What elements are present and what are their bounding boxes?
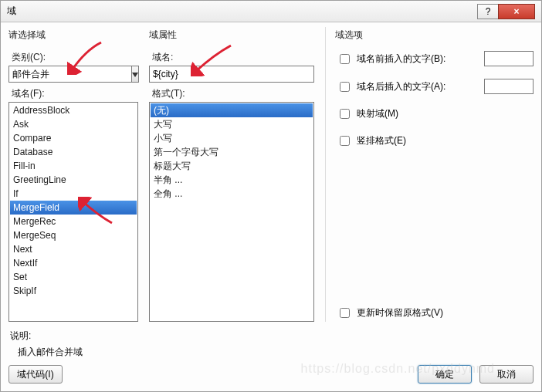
option-preserve-row: 更新时保留原格式(V) — [337, 306, 534, 320]
option-vertical-checkbox[interactable] — [340, 136, 350, 146]
list-item[interactable]: MergeSeq — [10, 228, 137, 242]
category-dropdown-button[interactable] — [132, 66, 139, 83]
list-item[interactable]: Compare — [10, 131, 137, 145]
help-button[interactable]: ? — [477, 4, 499, 19]
option-text-before-label: 域名前插入的文字(B): — [357, 52, 479, 66]
format-listbox[interactable]: (无)大写小写第一个字母大写标题大写半角 ...全角 ... — [149, 102, 314, 322]
window-buttons: ? × — [478, 4, 535, 19]
fieldname-input[interactable] — [149, 66, 314, 83]
list-item[interactable]: 全角 ... — [151, 187, 313, 201]
field-options-column: 域选项 域名前插入的文字(B): 域名后插入的文字(A): 映射域(M) — [325, 27, 534, 322]
titlebar: 域 ? × — [1, 1, 541, 22]
option-text-after-label: 域名后插入的文字(A): — [357, 80, 479, 93]
list-item[interactable]: MergeField — [10, 201, 137, 215]
option-preserve-label: 更新时保留原格式(V) — [357, 306, 534, 319]
list-item[interactable]: 小写 — [151, 131, 313, 145]
cancel-button-label: 取消 — [497, 368, 516, 381]
list-item[interactable]: Database — [10, 145, 137, 159]
list-item[interactable]: AddressBlock — [10, 103, 137, 117]
list-item[interactable]: GreetingLine — [10, 173, 137, 187]
list-item[interactable]: Ask — [10, 117, 137, 131]
ok-button[interactable]: 确定 — [418, 365, 472, 384]
option-text-before-row: 域名前插入的文字(B): — [337, 51, 534, 66]
columns: 请选择域 类别(C): 域名(F): AddressBlockAskCompar… — [8, 27, 534, 322]
option-mapped-label: 映射域(M) — [357, 107, 534, 120]
option-text-before-input[interactable] — [484, 51, 534, 66]
category-combobox[interactable] — [8, 66, 138, 83]
dialog-buttons-row: 域代码(I) 确定 取消 — [8, 365, 534, 384]
field-properties-section-title: 域属性 — [149, 29, 314, 42]
field-properties-column: 域属性 域名: 格式(T): (无)大写小写第一个字母大写标题大写半角 ...全… — [149, 27, 314, 322]
dialog-client: 请选择域 类别(C): 域名(F): AddressBlockAskCompar… — [1, 22, 541, 391]
field-options-section-title: 域选项 — [335, 29, 534, 42]
window-title: 域 — [7, 5, 478, 18]
option-text-before-checkbox[interactable] — [340, 54, 350, 64]
list-item[interactable]: Next — [10, 242, 137, 256]
description-label: 说明: — [10, 329, 534, 343]
fieldname-label: 域名: — [152, 51, 314, 64]
fieldnames-listbox[interactable]: AddressBlockAskCompareDatabaseFill-inGre… — [8, 102, 138, 322]
close-button[interactable]: × — [498, 4, 535, 19]
list-item[interactable]: If — [10, 187, 137, 201]
chevron-down-icon — [132, 69, 138, 79]
option-text-after-checkbox[interactable] — [340, 82, 350, 92]
cancel-button[interactable]: 取消 — [479, 365, 534, 384]
option-text-after-row: 域名后插入的文字(A): — [337, 79, 534, 94]
ok-button-label: 确定 — [435, 368, 454, 381]
list-item[interactable]: Fill-in — [10, 159, 137, 173]
description-text: 插入邮件合并域 — [18, 346, 534, 359]
list-item[interactable]: (无) — [151, 103, 313, 117]
list-item[interactable]: Set — [10, 270, 137, 284]
fieldcodes-button[interactable]: 域代码(I) — [8, 365, 63, 384]
option-vertical-label: 竖排格式(E) — [357, 134, 534, 147]
fieldnames-label: 域名(F): — [12, 87, 138, 100]
list-item[interactable]: MergeRec — [10, 215, 137, 228]
option-preserve-checkbox[interactable] — [340, 308, 350, 318]
fieldcodes-button-label: 域代码(I) — [17, 368, 53, 381]
list-item[interactable]: NextIf — [10, 256, 137, 270]
dialog-window: 域 ? × 请选择域 类别(C): 域名(F): Ad — [0, 0, 542, 392]
select-field-section-title: 请选择域 — [8, 29, 138, 42]
select-field-column: 请选择域 类别(C): 域名(F): AddressBlockAskCompar… — [8, 27, 138, 322]
close-icon: × — [513, 6, 519, 17]
list-item[interactable]: 大写 — [151, 117, 313, 131]
option-mapped-row: 映射域(M) — [337, 106, 534, 121]
category-label: 类别(C): — [12, 51, 138, 64]
option-text-after-input[interactable] — [484, 79, 534, 94]
list-item[interactable]: 半角 ... — [151, 173, 313, 187]
list-item[interactable]: 第一个字母大写 — [151, 145, 313, 159]
option-mapped-checkbox[interactable] — [340, 109, 350, 119]
list-item[interactable]: 标题大写 — [151, 159, 313, 173]
option-vertical-row: 竖排格式(E) — [337, 133, 534, 148]
description-block: 说明: 插入邮件合并域 — [10, 329, 534, 359]
format-label: 格式(T): — [152, 87, 314, 100]
list-item[interactable]: SkipIf — [10, 284, 137, 298]
category-input[interactable] — [8, 66, 132, 83]
help-icon: ? — [486, 6, 491, 17]
